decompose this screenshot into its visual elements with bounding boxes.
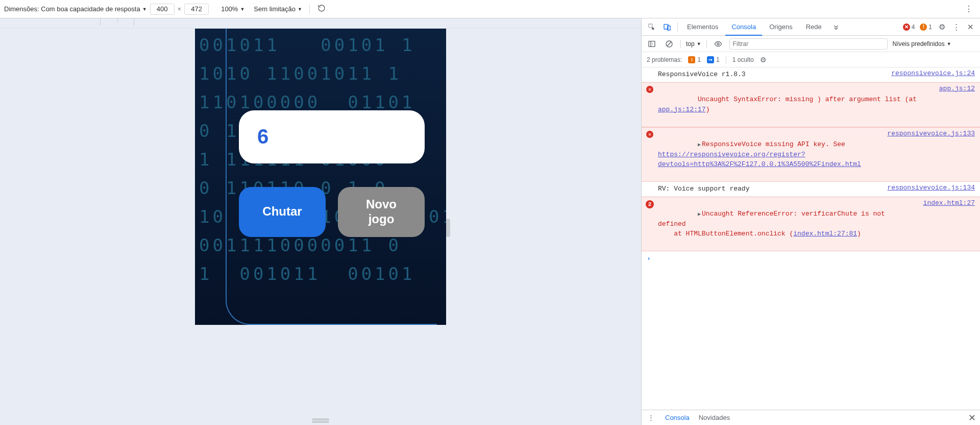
log-levels-dropdown[interactable]: Níveis predefinidos ▼ [893, 40, 951, 48]
throttle-label: Sem limitação [254, 5, 296, 13]
issues-warn-count: 1 [697, 56, 701, 63]
log-text: ) [857, 230, 861, 238]
more-tabs-icon[interactable] [829, 20, 843, 34]
drawer-menu-icon[interactable]: ⋮ [646, 414, 656, 421]
chevron-down-icon: ▼ [298, 7, 302, 12]
error-count-badge: 2 [646, 200, 654, 208]
source-link[interactable]: responsivevoice.js:134 [887, 184, 975, 192]
prompt-chevron-icon: › [647, 254, 651, 262]
novo-jogo-button[interactable]: Novo jogo [338, 187, 425, 237]
issues-warn-chip[interactable]: ! 1 [688, 56, 701, 63]
button-row: Chutar Novo jogo [239, 187, 425, 237]
viewport-scrollbar[interactable] [446, 29, 451, 425]
drawer-tab-console[interactable]: Consola [665, 414, 690, 421]
info-icon: ➞ [707, 56, 714, 63]
console-log-list[interactable]: ResponsiveVoice r1.8.3 responsivevoice.j… [642, 67, 980, 410]
sidebar-toggle-icon[interactable] [646, 38, 658, 50]
context-dropdown[interactable]: top ▼ [686, 40, 701, 48]
issues-info-chip[interactable]: ➞ 1 [707, 56, 720, 63]
divider [677, 22, 678, 32]
times-separator: × [178, 5, 182, 13]
devtools-tabs: Elementos Consola Origens Rede ✕ 4 ! 1 ⚙… [642, 18, 980, 36]
game-panel: Chutar Novo jogo [226, 29, 437, 325]
log-message: Uncaught SyntaxError: missing ) after ar… [658, 85, 927, 125]
warn-count-badge[interactable]: ! 1 [918, 23, 934, 31]
tab-elements[interactable]: Elementos [681, 18, 724, 35]
error-count: 4 [912, 23, 915, 31]
throttle-dropdown[interactable]: Sem limitação ▼ [254, 5, 302, 13]
log-row: RV: Voice support ready responsivevoice.… [642, 182, 980, 197]
drawer-close-icon[interactable]: ✕ [968, 412, 976, 423]
hidden-issues-link[interactable]: 1 oculto [732, 56, 754, 63]
svg-line-6 [667, 42, 671, 46]
inline-link[interactable]: app.js:12:17 [658, 106, 706, 113]
main-split: 001011 00101 1 1010 11001011 1 110100000… [0, 18, 980, 425]
tab-sources[interactable]: Origens [763, 18, 799, 35]
chevron-down-icon: ▼ [947, 41, 951, 46]
issues-settings-icon[interactable]: ⚙ [760, 56, 767, 64]
device-frame: 001011 00101 1 1010 11001011 1 110100000… [195, 29, 446, 425]
error-icon: ✕ [646, 86, 653, 93]
inline-link[interactable]: index.html:27:81 [793, 230, 857, 238]
live-expression-icon[interactable] [712, 38, 724, 50]
tab-console[interactable]: Consola [725, 18, 762, 36]
svg-rect-3 [649, 41, 655, 46]
log-text: ResponsiveVoice missing API key. See [702, 140, 849, 148]
log-message: RV: Voice support ready [658, 184, 875, 194]
inspect-icon[interactable] [645, 20, 659, 34]
chevron-down-icon: ▼ [240, 7, 244, 12]
height-input[interactable] [184, 4, 209, 15]
console-prompt[interactable]: › [642, 251, 980, 265]
source-link[interactable]: app.js:12 [939, 85, 975, 92]
source-link[interactable]: index.html:27 [923, 199, 975, 207]
divider [680, 40, 681, 48]
scrollbar-thumb[interactable] [446, 219, 450, 237]
expand-icon[interactable]: ▶ [698, 210, 701, 218]
guess-input[interactable] [239, 110, 425, 163]
chevron-down-icon: ▼ [697, 41, 701, 46]
source-link[interactable]: responsivevoice.js:24 [891, 69, 975, 77]
warning-icon: ! [920, 23, 927, 31]
device-viewport: 001011 00101 1 1010 11001011 1 110100000… [0, 18, 641, 425]
issues-bar: 2 problemas: ! 1 ➞ 1 1 oculto ⚙ [642, 52, 980, 67]
filter-input[interactable] [729, 38, 888, 50]
chutar-button[interactable]: Chutar [239, 187, 326, 237]
svg-point-7 [717, 43, 719, 45]
devtools-menu-icon[interactable]: ⋮ [949, 22, 963, 32]
log-row: 2 ▶Uncaught ReferenceError: verificarChu… [642, 197, 980, 252]
dimensions-dropdown[interactable]: Dimensões: Com boa capacidade de respost… [4, 5, 147, 13]
rotate-icon[interactable] [317, 4, 326, 14]
divider [309, 5, 310, 14]
chevron-down-icon: ▼ [142, 7, 147, 12]
resize-handle-icon[interactable] [312, 421, 329, 423]
inline-link[interactable]: https://responsivevoice.org/register?dev… [658, 151, 861, 169]
device-toggle-icon[interactable] [660, 20, 674, 34]
drawer-tab-news[interactable]: Novidades [699, 414, 730, 421]
app-screen: 001011 00101 1 1010 11001011 1 110100000… [195, 29, 446, 325]
expand-icon[interactable]: ▶ [698, 141, 701, 149]
divider [706, 40, 707, 48]
console-toolbar: top ▼ Níveis predefinidos ▼ [642, 36, 980, 52]
warning-icon: ! [688, 56, 695, 63]
log-message: ResponsiveVoice r1.8.3 [658, 69, 879, 80]
issues-info-count: 1 [716, 56, 720, 63]
width-input[interactable] [150, 4, 175, 15]
device-toolbar-menu-icon[interactable]: ⋮ [962, 4, 976, 14]
devtools-panel: Elementos Consola Origens Rede ✕ 4 ! 1 ⚙… [641, 18, 980, 425]
log-row: ResponsiveVoice r1.8.3 responsivevoice.j… [642, 67, 980, 82]
error-icon: ✕ [903, 23, 910, 31]
tab-network[interactable]: Rede [800, 18, 828, 35]
log-text: Uncaught SyntaxError: missing ) after ar… [698, 96, 921, 103]
log-row: ✕ ▶ResponsiveVoice missing API key. See … [642, 127, 980, 182]
error-icon: ✕ [646, 131, 653, 138]
log-message: ▶ResponsiveVoice missing API key. See ht… [658, 130, 875, 180]
devtools-drawer: ⋮ Consola Novidades ✕ [642, 410, 980, 425]
error-count-badge[interactable]: ✕ 4 [901, 23, 917, 31]
close-icon[interactable]: ✕ [964, 22, 977, 32]
source-link[interactable]: responsivevoice.js:133 [887, 130, 975, 137]
clear-console-icon[interactable] [663, 38, 675, 50]
settings-icon[interactable]: ⚙ [935, 22, 948, 32]
dimensions-label: Dimensões: Com boa capacidade de respost… [4, 5, 140, 13]
zoom-dropdown[interactable]: 100% ▼ [221, 5, 244, 13]
log-message: ▶Uncaught ReferenceError: verificarChute… [658, 199, 911, 249]
